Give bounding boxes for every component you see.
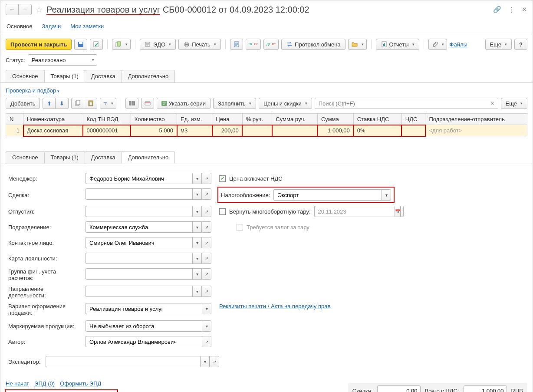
division-input[interactable]	[86, 221, 192, 233]
add-row-button[interactable]: Добавить	[6, 98, 40, 109]
reports-dropdown-button[interactable]: Отчеты	[376, 39, 419, 50]
col-pct[interactable]: % руч.	[242, 114, 272, 125]
col-sum[interactable]: Сумма	[317, 114, 353, 125]
deal-open-button[interactable]: ↗	[202, 188, 211, 200]
print-dropdown-button[interactable]: Печать	[178, 39, 221, 50]
clear-search-button[interactable]: ×	[487, 100, 498, 107]
total-value[interactable]	[464, 385, 507, 392]
manager-dropdown-button[interactable]: ▾	[192, 173, 202, 184]
col-price[interactable]: Цена	[212, 114, 242, 125]
table-more-button[interactable]: Еще	[501, 98, 527, 109]
barcode-button[interactable]	[125, 98, 138, 109]
loyalty-open-button[interactable]: ↗	[202, 253, 211, 264]
nav-forward-button[interactable]: →	[19, 4, 32, 15]
more-button[interactable]: Еще	[485, 39, 512, 50]
folder-dropdown-button[interactable]	[348, 39, 367, 50]
set-series-button[interactable]: #Указать серии	[157, 98, 211, 109]
tab-goods-1[interactable]: Товары (1)	[44, 70, 85, 82]
status-select[interactable]: Реализовано	[28, 54, 97, 66]
drkt-icon-button[interactable]: ДтКт	[263, 39, 279, 50]
copy-dropdown-button[interactable]	[112, 39, 131, 50]
close-icon[interactable]: ✕	[522, 6, 527, 13]
variant-dropdown-button[interactable]: ▾	[202, 303, 211, 314]
col-tnved[interactable]: Код ТН ВЭД	[83, 114, 131, 125]
link-icon[interactable]: 🔗	[493, 6, 501, 13]
col-qty[interactable]: Количество	[131, 114, 177, 125]
forwarder-open-button[interactable]: ↗	[210, 356, 219, 367]
tax-dropdown-button[interactable]: ▾	[382, 189, 391, 201]
variant-input[interactable]	[86, 303, 202, 314]
return-tare-checkbox[interactable]	[219, 208, 226, 215]
nav-back-button[interactable]: ←	[6, 4, 19, 15]
return-date-input[interactable]	[314, 206, 395, 217]
released-input[interactable]	[86, 206, 192, 217]
fingroup-input[interactable]	[86, 268, 192, 280]
col-n[interactable]: N	[6, 114, 23, 125]
division-open-button[interactable]: ↗	[202, 221, 211, 233]
favorite-star-icon[interactable]: ☆	[35, 4, 43, 15]
discount-value[interactable]	[377, 385, 421, 392]
top-tab-tasks[interactable]: Задачи	[41, 20, 62, 34]
table-row[interactable]: 1 Доска сосновая 0000000001 5,000 м3 200…	[6, 125, 527, 136]
top-tab-notes[interactable]: Мои заметки	[69, 20, 105, 34]
tab-extra-1[interactable]: Дополнительно	[122, 70, 175, 82]
loyalty-dropdown-button[interactable]: ▾	[192, 253, 202, 264]
copy-row-button[interactable]	[71, 98, 84, 109]
forwarder-input[interactable]	[46, 356, 200, 367]
fingroup-dropdown-button[interactable]: ▾	[192, 268, 202, 280]
tab-delivery-2[interactable]: Доставка	[85, 151, 122, 164]
check-and-select-link[interactable]: Проверка и подбор	[6, 88, 56, 94]
deal-dropdown-button[interactable]: ▾	[192, 188, 202, 200]
marking-dropdown-button[interactable]: ▾	[202, 320, 211, 332]
activity-input[interactable]	[86, 286, 192, 297]
paste-row-button[interactable]	[84, 98, 97, 109]
tab-delivery-1[interactable]: Доставка	[85, 70, 122, 82]
doc-icon-button[interactable]	[230, 39, 243, 50]
deal-input[interactable]	[86, 188, 192, 200]
activity-dropdown-button[interactable]: ▾	[192, 286, 202, 297]
exchange-protocol-button[interactable]: Протокол обмена	[281, 39, 345, 50]
col-vatrate[interactable]: Ставка НДС	[353, 114, 401, 125]
kebab-menu-icon[interactable]: ⋮	[508, 6, 515, 13]
col-vat[interactable]: НДС	[401, 114, 425, 125]
col-division[interactable]: Подразделение-отправитель	[425, 114, 527, 125]
contact-dropdown-button[interactable]: ▾	[192, 237, 202, 248]
drcr-icon-button[interactable]: DrCr	[246, 39, 261, 50]
tax-input[interactable]	[273, 189, 382, 201]
move-up-button[interactable]: ⬆	[43, 98, 56, 109]
return-date-clear-button[interactable]: –	[401, 206, 404, 217]
epd-link[interactable]: ЭПД (0)	[34, 380, 55, 387]
attach-dropdown-button[interactable]	[428, 39, 447, 50]
table-search-box[interactable]: ×	[315, 98, 498, 109]
files-link[interactable]: Файлы	[450, 41, 467, 48]
tab-main-1[interactable]: Основное	[6, 70, 45, 82]
tab-goods-2[interactable]: Товары (1)	[44, 151, 85, 164]
released-dropdown-button[interactable]: ▾	[192, 206, 202, 217]
move-down-button[interactable]: ⬇	[56, 98, 69, 109]
col-summan[interactable]: Сумма руч.	[272, 114, 318, 125]
fingroup-open-button[interactable]: ↗	[202, 268, 211, 280]
contact-input[interactable]	[86, 237, 192, 248]
fill-dropdown-button[interactable]: Заполнить	[213, 98, 256, 109]
top-tab-main[interactable]: Основное	[6, 20, 33, 34]
post-icon-button[interactable]	[90, 39, 103, 50]
author-open-button[interactable]: ↗	[202, 336, 211, 347]
price-incl-vat-checkbox[interactable]: ✓	[219, 175, 226, 182]
return-date-calendar-button[interactable]: 📅	[395, 206, 401, 217]
not-started-link[interactable]: Не начат	[6, 380, 29, 387]
help-button[interactable]: ?	[514, 39, 527, 50]
tab-main-2[interactable]: Основное	[6, 151, 45, 164]
forwarder-dropdown-button[interactable]: ▾	[200, 356, 210, 367]
issue-epd-link[interactable]: Оформить ЭПД	[60, 380, 101, 387]
edo-dropdown-button[interactable]: ЭДО	[140, 39, 176, 50]
division-dropdown-button[interactable]: ▾	[192, 221, 202, 233]
released-open-button[interactable]: ↗	[202, 206, 211, 217]
post-and-close-button[interactable]: Провести и закрыть	[6, 39, 72, 50]
manager-open-button[interactable]: ↗	[202, 173, 211, 184]
manager-input[interactable]	[86, 173, 192, 184]
table-search-input[interactable]	[315, 100, 487, 107]
card-button[interactable]	[141, 98, 154, 109]
contact-open-button[interactable]: ↗	[202, 237, 211, 248]
marking-input[interactable]	[86, 320, 202, 332]
prices-dropdown-button[interactable]: Цены и скидки	[259, 98, 312, 109]
